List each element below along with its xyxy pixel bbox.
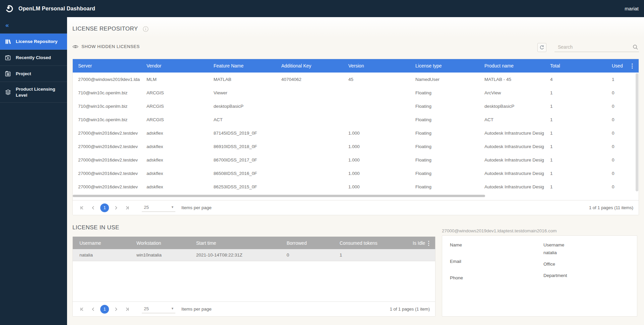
table-cell: Autodesk Infrastructure Desig <box>479 131 545 136</box>
sidebar: « License Repository Recently Closed Pro… <box>0 17 67 325</box>
table-cell: natalia <box>73 252 134 258</box>
table-cell: Floating <box>410 131 479 136</box>
table-cell: 0 <box>612 104 631 109</box>
folder-list-icon <box>5 71 11 77</box>
page-summary: 1 of 1 pages (1 item) <box>390 307 430 312</box>
table-row[interactable]: 710@win10c.openlm.bizARCGISdesktopBasicP… <box>73 99 639 113</box>
table-cell: 27000@windows2019dev1.lda <box>73 77 141 82</box>
table-cell: 1.000 <box>343 144 410 149</box>
column-header-feature-name[interactable]: Feature Name <box>208 63 276 68</box>
page-size-value: 25 <box>144 205 149 210</box>
search-icon[interactable] <box>633 44 638 50</box>
user-menu[interactable]: mariat <box>625 6 639 11</box>
column-header-username[interactable]: Username <box>73 240 134 246</box>
show-hidden-licenses-label: SHOW HIDDEN LICENSES <box>81 44 140 49</box>
first-page-button[interactable] <box>77 305 86 314</box>
table-cell: desktopBasicP <box>479 104 545 109</box>
table-cell: adskflex <box>141 157 208 162</box>
table-cell: 0 <box>612 157 631 162</box>
table-cell: 1.000 <box>343 184 410 189</box>
table-row[interactable]: 27000@win2016dev2.testdevadskflex87145ID… <box>73 126 639 140</box>
current-page-button[interactable]: 1 <box>100 203 109 212</box>
sidebar-item-product-licensing-level[interactable]: Product Licensing Level <box>0 82 67 103</box>
table-row[interactable]: 27000@win2016dev2.testdevadskflex86253ID… <box>73 180 639 193</box>
table-cell: NamedUser <box>410 77 479 82</box>
column-header-additional-key[interactable]: Additional Key <box>276 63 343 68</box>
table-cell: Autodesk Infrastructure Desig <box>479 171 545 176</box>
table-row[interactable]: 27000@win2016dev2.testdevadskflex86508ID… <box>73 167 639 180</box>
table-cell: 1.000 <box>343 171 410 176</box>
sidebar-collapse-button[interactable]: « <box>0 17 67 34</box>
table-header-row: UsernameWorkstationStart timeBorrowedCon… <box>73 237 435 249</box>
layers-icon <box>5 89 11 96</box>
table-cell: 4 <box>545 77 612 82</box>
current-page-button[interactable]: 1 <box>100 305 109 314</box>
column-menu-icon[interactable]: ⋮ <box>627 62 637 69</box>
table-cell: 1 <box>545 104 612 109</box>
table-cell: 1 <box>545 171 612 176</box>
column-header-server[interactable]: Server <box>73 63 141 68</box>
license-in-use-title: LICENSE IN USE <box>72 224 119 231</box>
department-label: Department <box>543 273 567 278</box>
table-cell: adskflex <box>141 144 208 149</box>
table-row[interactable]: 27000@win2016dev2.testdevadskflex86700ID… <box>73 153 639 167</box>
page-summary: 1 of 1 pages (11 items) <box>589 205 633 210</box>
first-page-button[interactable] <box>77 203 86 212</box>
column-header-borrowed[interactable]: Borrowed <box>284 240 337 246</box>
column-menu-icon[interactable]: ⋮ <box>424 239 433 246</box>
horizontal-scrollbar[interactable] <box>73 195 485 197</box>
column-header-product-name[interactable]: Product name <box>479 63 545 68</box>
chevrons-left-icon[interactable]: « <box>5 21 9 29</box>
table-cell: 0 <box>612 171 631 176</box>
table-cell: 86253IDSS_2015_0F <box>208 184 276 189</box>
show-hidden-licenses-button[interactable]: SHOW HIDDEN LICENSES <box>72 44 140 49</box>
table-cell: 27000@win2016dev2.testdev <box>73 144 141 149</box>
table-row[interactable]: 710@win10c.openlm.bizARCGISViewerFloatin… <box>73 86 639 99</box>
column-header-start-time[interactable]: Start time <box>193 240 284 246</box>
main-content: LICENSE REPOSITORY SHOW HIDDEN LICENSES <box>67 17 644 325</box>
last-page-button[interactable] <box>123 203 132 212</box>
username-label: Username <box>543 242 567 247</box>
info-icon[interactable] <box>143 26 149 32</box>
sidebar-item-recently-closed[interactable]: Recently Closed <box>0 50 67 66</box>
table-cell: 86508IDSS_2016_0F <box>208 171 276 176</box>
page-size-select[interactable]: 25 ▼ <box>142 204 175 212</box>
table-cell: 27000@win2016dev2.testdev <box>73 157 141 162</box>
column-header-version[interactable]: Version <box>343 63 410 68</box>
column-header-workstation[interactable]: Workstation <box>134 240 193 246</box>
table-cell: 0 <box>612 131 631 136</box>
column-header-total[interactable]: Total <box>545 63 612 68</box>
refresh-icon <box>539 45 544 50</box>
refresh-button[interactable] <box>537 43 546 52</box>
column-header-consumed-tokens[interactable]: Consumed tokens <box>337 240 413 246</box>
pagination-bar: 1 25 ▼ Items per page 1 of 1 pages (11 i… <box>73 200 639 215</box>
table-cell: Floating <box>410 171 479 176</box>
caret-down-icon: ▼ <box>171 307 174 310</box>
table-row[interactable]: 27000@win2016dev2.testdevadskflex86910ID… <box>73 140 639 153</box>
table-cell: 1 <box>545 90 612 95</box>
column-header-license-type[interactable]: License type <box>410 63 479 68</box>
detail-panel-server: 27000@windows2019dev1.ldaptest.testdomai… <box>442 228 640 233</box>
sidebar-item-project[interactable]: Project <box>0 66 67 82</box>
name-label: Name <box>450 242 463 247</box>
previous-page-button[interactable] <box>89 305 98 314</box>
table-row[interactable]: nataliawin10natalia2021-10-14T08:22:31Z0… <box>73 249 435 261</box>
previous-page-button[interactable] <box>89 203 98 212</box>
table-cell: ACT <box>479 117 545 122</box>
table-cell: 86910IDSS_2018_0F <box>208 144 276 149</box>
table-row[interactable]: 27000@windows2019dev1.ldaMLMMATLAB407040… <box>73 73 639 86</box>
next-page-button[interactable] <box>112 305 120 314</box>
office-label: Office <box>543 262 567 267</box>
vertical-scrollbar[interactable] <box>636 73 638 191</box>
next-page-button[interactable] <box>112 203 120 212</box>
column-header-vendor[interactable]: Vendor <box>141 63 208 68</box>
openlm-logo-icon <box>5 4 14 13</box>
last-page-button[interactable] <box>123 305 132 314</box>
page-size-select[interactable]: 25 ▼ <box>142 305 175 313</box>
table-cell: 710@win10c.openlm.biz <box>73 90 141 95</box>
table-cell: Viewer <box>208 90 276 95</box>
search-input[interactable] <box>554 43 639 52</box>
sidebar-item-license-repository[interactable]: License Repository <box>0 34 67 50</box>
table-row[interactable]: 710@win10c.openlm.bizARCGISACTFloatingAC… <box>73 113 639 126</box>
phone-label: Phone <box>450 275 463 280</box>
